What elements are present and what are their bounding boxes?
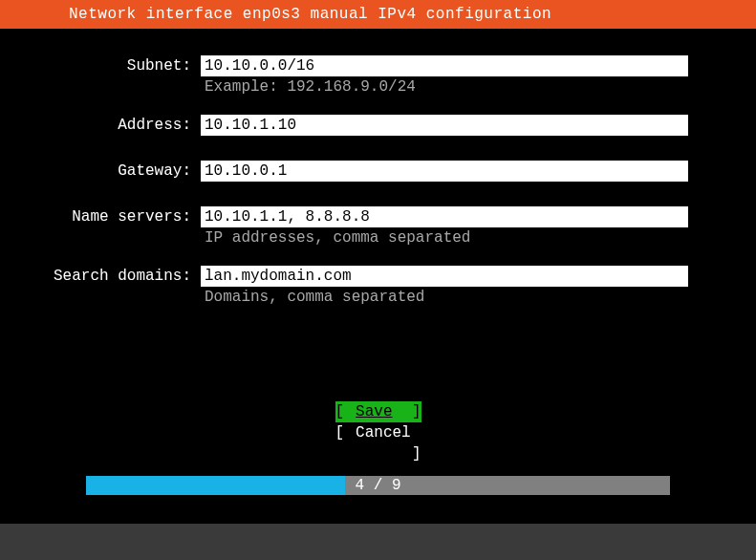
page-title-text: Network interface enp0s3 manual IPv4 con… — [69, 6, 551, 23]
save-button-label: Save — [356, 403, 392, 420]
hint-search-domains: Domains, comma separated — [201, 287, 688, 308]
label-subnet: Subnet: — [38, 55, 201, 76]
label-search-domains: Search domains: — [38, 266, 201, 287]
row-search-domains: Search domains: Domains, comma separated — [38, 266, 718, 308]
row-gateway: Gateway: — [38, 161, 718, 182]
subnet-input[interactable] — [201, 55, 688, 76]
hint-name-servers: IP addresses, comma separated — [201, 227, 688, 248]
row-address: Address: — [38, 115, 718, 136]
label-address: Address: — [38, 115, 201, 136]
footer-bar — [0, 524, 756, 560]
name-servers-input[interactable] — [201, 206, 688, 227]
row-subnet: Subnet: Example: 192.168.9.0/24 — [38, 55, 718, 97]
save-button[interactable]: [ Save] — [335, 401, 421, 422]
cancel-button[interactable]: [ Cancel] — [335, 422, 421, 464]
hint-subnet: Example: 192.168.9.0/24 — [201, 76, 688, 97]
progress-bar-fill — [86, 476, 345, 495]
progress-text: 4 / 9 — [355, 477, 400, 494]
address-input[interactable] — [201, 115, 688, 136]
gateway-input[interactable] — [201, 161, 688, 182]
page-title: Network interface enp0s3 manual IPv4 con… — [0, 0, 756, 29]
button-group: [ Save] [ Cancel] — [335, 401, 421, 464]
progress-bar: 4 / 9 — [86, 476, 670, 495]
label-name-servers: Name servers: — [38, 206, 201, 227]
ipv4-config-form: Subnet: Example: 192.168.9.0/24 Address:… — [0, 29, 756, 524]
label-gateway: Gateway: — [38, 161, 201, 182]
search-domains-input[interactable] — [201, 266, 688, 287]
cancel-button-label: Cancel — [356, 424, 411, 442]
row-name-servers: Name servers: IP addresses, comma separa… — [38, 206, 718, 248]
